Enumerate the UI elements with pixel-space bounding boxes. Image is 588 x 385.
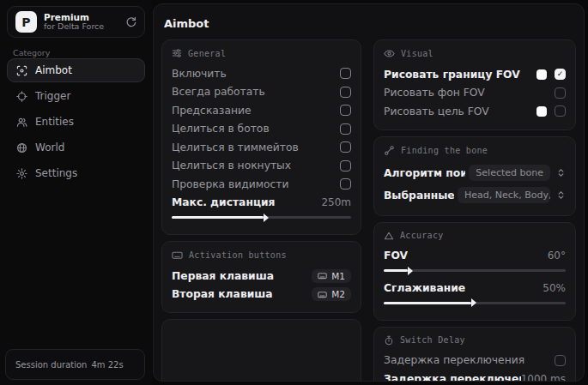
sidebar-item-aimbot[interactable]: Aimbot — [7, 58, 145, 82]
trigger-icon — [16, 91, 27, 102]
keybind-button-1[interactable]: M1 — [312, 269, 351, 283]
panel-bone-header: Finding the bone — [384, 145, 566, 156]
checkbox[interactable]: ✓ — [340, 141, 351, 153]
checkbox[interactable]: ✓ — [340, 68, 351, 79]
keybind-key: M2 — [331, 289, 345, 299]
toggle-row: Всегда работать ✓ — [172, 83, 351, 102]
unfold-icon[interactable] — [556, 168, 566, 177]
toggle-row: Включить ✓ — [172, 64, 351, 83]
checkbox[interactable]: ✓ — [340, 105, 351, 116]
sidebar-item-label: World — [35, 141, 64, 153]
slider-value: 50% — [543, 282, 566, 294]
panel-visual-title: Visual — [401, 49, 433, 58]
session-duration-value: 4m 22s — [91, 360, 123, 370]
toggle-label: Целиться в нокнутых — [172, 159, 291, 171]
panel-switch-delay: Switch Delay Задержка переключения ✓ Зад… — [373, 327, 576, 382]
entities-icon — [16, 117, 27, 128]
toggle-row: Задержка переключения ✓ — [384, 352, 566, 370]
general-icon — [172, 48, 182, 58]
panel-switch-delay-title: Switch Delay — [400, 335, 465, 345]
panel-finding-bone: Finding the bone Алгоритм поиска костей … — [373, 136, 576, 216]
keybind-row: Вторая клавиша M2 — [172, 286, 351, 304]
panel-activation-header: Activation buttons — [172, 250, 351, 261]
panel-activation-title: Activation buttons — [189, 250, 287, 260]
checkbox[interactable]: ✓ — [555, 87, 566, 99]
bone-algorithm-select[interactable]: Selected bone — [469, 165, 550, 181]
visual-label: Рисовать границу FOV — [384, 69, 520, 81]
toggle-row: Целиться в ботов ✓ — [172, 120, 351, 139]
sidebar-item-trigger[interactable]: Trigger — [7, 84, 145, 108]
checkbox[interactable]: ✓ — [555, 69, 566, 80]
slider-fill — [384, 269, 408, 272]
keybind-button-2[interactable]: M2 — [312, 287, 351, 301]
keybind-row: Первая клавиша M1 — [172, 267, 351, 286]
aimbot-icon — [16, 65, 27, 76]
color-swatch[interactable] — [536, 69, 547, 80]
session-duration: Session duration 4m 22s — [5, 349, 145, 380]
panel-accuracy-title: Accuracy — [400, 231, 444, 240]
checkbox[interactable]: ✓ — [340, 123, 351, 135]
checkbox[interactable]: ✓ — [340, 160, 351, 171]
color-swatch[interactable] — [536, 106, 547, 117]
smoothing-slider[interactable] — [384, 302, 566, 304]
panel-activation-buttons: Activation buttons Первая клавиша M1 — [161, 241, 361, 313]
sidebar-item-entities[interactable]: Entities — [7, 110, 145, 134]
toggle-row: Предсказание ✓ — [172, 101, 351, 120]
stopwatch-icon — [384, 335, 394, 346]
keyboard-icon — [318, 290, 327, 299]
sidebar-nav: Aimbot Trigger Entities — [7, 58, 145, 187]
max-distance-slider[interactable] — [172, 216, 351, 219]
premium-subtitle: for Delta Force — [44, 22, 118, 32]
toggle-label: Всегда работать — [172, 86, 265, 98]
toggle-row: Целиться в тиммейтов ✓ — [172, 138, 351, 157]
panel-visual: Visual Рисовать границу FOV ✓ Рисовать ф… — [373, 39, 576, 130]
unfold-icon[interactable] — [556, 190, 566, 200]
sidebar-item-settings[interactable]: Settings — [7, 161, 145, 185]
fov-slider[interactable] — [384, 269, 566, 272]
slider-label: Макс. дистанция — [172, 196, 276, 208]
sidebar-item-label: Aimbot — [35, 64, 72, 76]
slider-label: Сглаживание — [384, 282, 465, 294]
checkbox[interactable]: ✓ — [555, 355, 566, 366]
slider-row: Макс. дистанция 250m — [172, 194, 351, 213]
bone-icon — [384, 145, 395, 156]
toggle-label: Включить — [172, 68, 227, 80]
toggle-row: Проверка видимости ✓ — [172, 175, 351, 194]
sidebar: P Premium for Delta Force Category Aimbo… — [0, 0, 152, 385]
app-logo: P — [15, 11, 37, 33]
slider-row: Сглаживание 50% — [384, 279, 566, 298]
premium-header: P Premium for Delta Force — [7, 6, 145, 38]
panel-general-title: General — [188, 49, 226, 58]
dropdown-label: Выбранные кости — [384, 189, 454, 202]
selected-bones-select[interactable]: Head, Neck, Body, Pe.. — [458, 187, 550, 203]
slider-label: FOV — [384, 250, 408, 262]
sidebar-item-world[interactable]: World — [7, 135, 145, 159]
keyboard-icon — [172, 250, 183, 261]
toggle-label: Задержка переключения — [384, 354, 524, 366]
category-label: Category — [13, 48, 50, 57]
visual-row: Рисовать фон FOV ✓ — [384, 84, 566, 103]
toggle-label: Предсказание — [172, 105, 252, 117]
panel-general-header: General — [172, 48, 351, 58]
keyboard-icon — [318, 271, 327, 280]
panel-bone-title: Finding the bone — [401, 146, 488, 155]
slider-fill — [172, 216, 264, 219]
panel-empty — [161, 319, 361, 382]
refresh-icon[interactable] — [125, 16, 136, 27]
checkbox[interactable]: ✓ — [555, 105, 566, 117]
visual-row: Рисовать цель FOV ✓ — [384, 102, 566, 121]
checkbox[interactable]: ✓ — [340, 178, 351, 189]
main-content: Aimbot General Включить ✓ — [153, 3, 585, 382]
panel-accuracy: Accuracy FOV 60° Сглаживание 50% — [373, 222, 576, 321]
settings-gear-icon — [16, 168, 27, 179]
delta-icon — [384, 231, 394, 241]
dropdown-row: Выбранные кости Head, Neck, Body, Pe.. — [384, 184, 566, 207]
toggle-row: Целиться в нокнутых ✓ — [172, 157, 351, 176]
checkbox[interactable]: ✓ — [340, 87, 351, 98]
visual-label: Рисовать фон FOV — [384, 87, 485, 99]
sidebar-item-label: Entities — [35, 116, 74, 128]
slider-row: FOV 60° — [384, 247, 566, 266]
slider-label: Задержка переключения (мс) — [384, 373, 521, 382]
toggle-label: Проверка видимости — [172, 178, 289, 190]
panel-visual-header: Visual — [384, 48, 566, 59]
